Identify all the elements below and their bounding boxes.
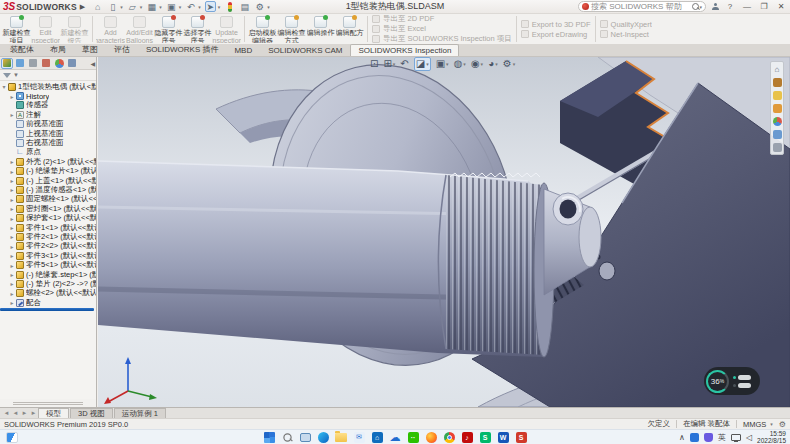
inspection-tab[interactable] <box>66 58 78 69</box>
search-input[interactable]: 搜索 SOLIDWORKS 帮助 ▾ <box>578 1 706 12</box>
custom-properties-icon[interactable] <box>772 129 782 139</box>
tree-item-part[interactable]: ▸(-) 垫片 (2)<2> ->? (默认<<默认 <box>0 279 96 288</box>
tray-display-icon[interactable] <box>731 434 741 441</box>
tree-item-mates[interactable]: ▸配合 <box>0 298 96 307</box>
ribbon-button-edit-operations[interactable]: 编辑操作 <box>306 15 335 43</box>
tree-item-front-plane[interactable]: 前视基准面 <box>0 120 96 129</box>
ribbon-button-update-inspection-project[interactable]: Update Inspection Project <box>212 15 241 43</box>
appearances-icon[interactable] <box>772 116 782 126</box>
tree-item-sensors[interactable]: 传感器 <box>0 101 96 110</box>
zoom-badge[interactable]: 36% <box>704 367 760 395</box>
tree-item-origin[interactable]: ∟原点 <box>0 148 96 157</box>
microsoft-store-icon[interactable]: ⌂ <box>371 431 383 443</box>
expand-arrow-icon[interactable]: ▸ <box>8 224 16 231</box>
ribbon-button-edit-inspection-methods[interactable]: 编辑检查方式 <box>277 15 306 43</box>
ribbon-button-launch-template-editor[interactable]: 启动模板编辑器 <box>248 15 277 43</box>
zoom-area-icon[interactable]: ⊞▾ <box>383 58 395 70</box>
forum-icon[interactable] <box>772 142 782 152</box>
select-arrow-icon[interactable]: ➤ <box>205 1 216 12</box>
tree-item-part[interactable]: ▸(-) 上盖<1> (默认<<默认>_显示状 <box>0 176 96 185</box>
expand-arrow-icon[interactable]: ▸ <box>8 262 16 269</box>
configurationmanager-tab[interactable] <box>27 58 39 69</box>
menu-flyout-icon[interactable]: ▶ <box>80 3 85 11</box>
onedrive-icon[interactable]: ☁ <box>389 431 401 443</box>
save-icon[interactable]: ▦ <box>146 1 157 12</box>
qualityxpert[interactable]: QualityXpert <box>600 20 652 29</box>
ribbon-button-select-balloons[interactable]: 选择零件序号 <box>183 15 212 43</box>
rebuild-traffic-light-icon[interactable] <box>224 1 235 12</box>
login-user-icon[interactable] <box>711 3 719 11</box>
edge-icon[interactable] <box>317 431 329 443</box>
wechat-icon[interactable]: ·· <box>407 431 419 443</box>
tab-assembly[interactable]: 装配体 <box>2 42 42 56</box>
displaymanager-tab[interactable] <box>53 58 65 69</box>
restore-button[interactable]: ❐ <box>758 1 770 12</box>
featuremanager-tree-tab[interactable] <box>1 58 13 69</box>
tree-item-part[interactable]: ▸螺栓<2> (默认<<默认>_显示状态 <box>0 289 96 298</box>
ime-indicator[interactable]: 英 <box>718 432 726 443</box>
export-3d-pdf[interactable]: Export to 3D PDF <box>521 20 591 29</box>
units-selector[interactable]: MMGS <box>743 420 766 429</box>
file-explorer-icon[interactable] <box>772 90 782 100</box>
new-document-icon[interactable]: ▯ <box>107 1 118 12</box>
dimxpertmanager-tab[interactable] <box>40 58 52 69</box>
expand-arrow-icon[interactable]: ▸ <box>8 205 16 212</box>
filter-caret-icon[interactable]: ▼ <box>13 72 19 78</box>
ribbon-button-add-edit-balloons[interactable]: Add/Edit Balloons <box>125 15 154 43</box>
view-orientation-icon[interactable]: ▣▾ <box>436 58 449 70</box>
file-explorer-icon[interactable] <box>335 431 347 443</box>
tree-item-part[interactable]: ▸密封圈<1> (默认<<默认>_显示状 <box>0 204 96 213</box>
display-style-icon[interactable]: ◍▾ <box>454 58 466 70</box>
expand-arrow-icon[interactable]: ▸ <box>8 290 16 297</box>
tree-item-root[interactable]: ▾1型铠装热电偶 (默认<默认_显示状态-1 <box>0 82 96 91</box>
open-icon[interactable]: ▱ <box>127 1 138 12</box>
expand-arrow-icon[interactable]: ▸ <box>8 158 16 165</box>
ribbon-button-hide-balloons[interactable]: 隐藏零件序号 <box>154 15 183 43</box>
expand-arrow-icon[interactable]: ▸ <box>8 271 16 278</box>
export-inspection-project[interactable]: 导出至 SOLIDWORKS Inspection 项目 <box>372 35 512 44</box>
tree-item-history[interactable]: ▸History <box>0 91 96 100</box>
tab-mbd[interactable]: MBD <box>226 44 260 56</box>
ribbon-button-edit-inspection-project[interactable]: Edit Inspection Project <box>31 15 60 43</box>
close-button[interactable]: ✕ <box>775 1 787 12</box>
open-caret-icon[interactable]: ▾ <box>140 4 143 10</box>
expand-arrow-icon[interactable]: ▸ <box>8 168 16 175</box>
panel-collapse-icon[interactable]: ◀ <box>90 60 95 67</box>
tree-item-right-plane[interactable]: 右视基准面 <box>0 138 96 147</box>
tree-item-top-plane[interactable]: 上视基准面 <box>0 129 96 138</box>
options-caret-icon[interactable]: ▾ <box>267 4 270 10</box>
solidworks-resources-icon[interactable]: ⌂ <box>772 64 782 74</box>
docs-app-icon[interactable]: S <box>479 431 491 443</box>
view-palette-icon[interactable] <box>772 103 782 113</box>
tray-chevron-up-icon[interactable]: ∧ <box>679 433 685 442</box>
hide-show-items-icon[interactable]: ◉▾ <box>471 58 483 70</box>
expand-arrow-icon[interactable]: ▾ <box>0 83 8 90</box>
undo-caret-icon[interactable]: ▾ <box>198 4 201 10</box>
tree-item-part[interactable]: ▸外壳 (2)<1> (默认<<默认>_显示状 <box>0 157 96 166</box>
expand-arrow-icon[interactable]: ▸ <box>8 111 16 118</box>
tab-motion-study-1[interactable]: 运动算例 1 <box>114 408 166 418</box>
taskbar-clock[interactable]: 15:59 2022/8/15 <box>757 430 786 444</box>
minimize-button[interactable]: — <box>741 1 753 12</box>
task-view-icon[interactable] <box>299 431 311 443</box>
tab-scroll-right-icon[interactable]: ► <box>20 410 29 416</box>
tray-app-icon[interactable] <box>690 433 699 442</box>
previous-view-icon[interactable]: ↶ <box>400 58 408 70</box>
zoom-fit-icon[interactable]: ⊡ <box>370 58 378 70</box>
tree-item-part[interactable]: ▸保护套<1> (默认<<默认>_显示状 <box>0 213 96 222</box>
zoom-control-row[interactable] <box>733 383 751 388</box>
tab-evaluate[interactable]: 评估 <box>106 42 138 56</box>
view-settings-icon[interactable]: ⚙▾ <box>503 58 515 70</box>
tab-scroll-first-icon[interactable]: ◄ <box>2 410 11 416</box>
propertymanager-tab[interactable] <box>14 58 26 69</box>
undo-icon[interactable]: ↶ <box>185 1 196 12</box>
tree-item-part[interactable]: ▸零件5<1> (默认<<默认>_显示状 <box>0 260 96 269</box>
tray-shield-icon[interactable] <box>704 433 713 442</box>
export-2d-pdf[interactable]: 导出至 2D PDF <box>372 15 512 24</box>
tree-item-part[interactable]: ▸零件2<1> (默认<<默认>_显示状 <box>0 232 96 241</box>
taskbar-search-icon[interactable] <box>281 431 293 443</box>
ribbon-button-add-characteristic[interactable]: Add Characteristic <box>96 15 125 43</box>
tab-scroll-last-icon[interactable]: ► <box>29 410 38 416</box>
export-excel[interactable]: 导出至 Excel <box>372 25 512 34</box>
expand-arrow-icon[interactable]: ▸ <box>8 252 16 259</box>
